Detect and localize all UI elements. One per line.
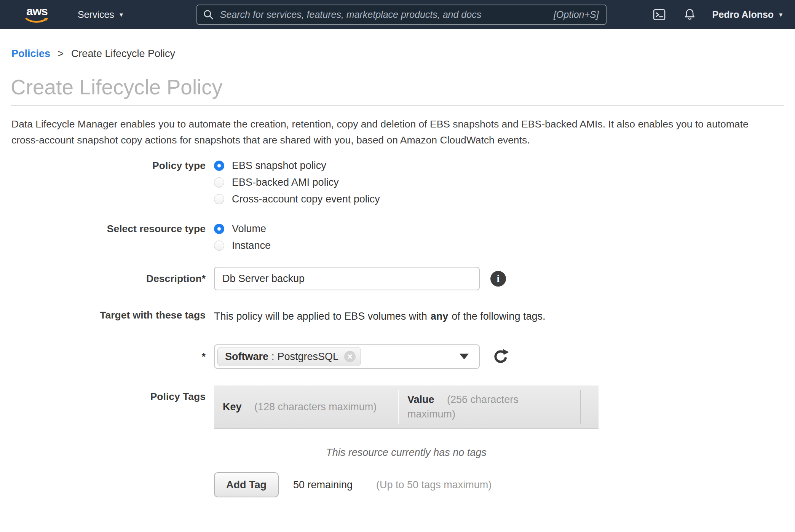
top-navbar: aws Services ▼ [Option+S] [0,0,795,29]
selected-tag-chip: Software : PostgresSQL × [217,347,361,366]
aws-logo[interactable]: aws [25,5,49,24]
radio-label: Volume [232,223,266,235]
radio-unselected-icon[interactable] [214,177,224,188]
radio-unselected-icon[interactable] [214,241,224,251]
radio-ebs-snapshot-policy[interactable]: EBS snapshot policy [214,157,380,174]
aws-logo-text: aws [26,5,48,17]
page-title: Create Lifecycle Policy [11,75,795,99]
breadcrumb: Policies > Create Lifecycle Policy [11,48,795,60]
key-header-text: Key [223,401,242,413]
tag-dropdown[interactable]: Software : PostgresSQL × [214,344,480,369]
dropdown-caret-icon[interactable] [460,354,469,360]
policy-tags-table: Key (128 characters maximum) Value (256 … [214,385,599,429]
value-header-text: Value [407,394,434,405]
services-menu[interactable]: Services ▼ [78,9,124,20]
tag-separator: : [271,351,275,363]
radio-label: EBS-backed AMI policy [232,177,339,188]
column-divider [580,390,581,424]
radio-label: Instance [232,240,271,252]
radio-ebs-backed-ami-policy[interactable]: EBS-backed AMI policy [214,174,380,191]
services-label: Services [78,9,114,20]
radio-label: Cross-account copy event policy [232,193,380,205]
breadcrumb-link-policies[interactable]: Policies [11,48,50,59]
target-tags-label: Target with these tags [0,309,206,323]
resource-type-options: Volume Instance [214,220,271,254]
tags-remaining-count: 50 remaining [293,479,353,491]
add-tag-row: Add Tag 50 remaining (Up to 50 tags maxi… [0,472,795,497]
policy-type-options: EBS snapshot policy EBS-backed AMI polic… [214,157,380,207]
no-tags-message: This resource currently has no tags [214,447,599,459]
navbar-right: Pedro Alonso ▼ [652,7,784,22]
required-marker: * [0,351,206,363]
intro-text: Data Lifecycle Manager enables you to au… [11,116,754,148]
spacer [0,447,206,459]
refresh-icon[interactable] [492,348,509,365]
chevron-down-icon: ▼ [118,11,124,18]
notifications-bell-icon[interactable] [683,7,696,22]
key-header-hint: (128 characters maximum) [254,401,377,413]
empty-tags-row: This resource currently has no tags [0,447,795,459]
description-field-wrap: i [214,267,506,290]
remove-tag-icon[interactable]: × [344,351,356,362]
info-icon[interactable]: i [490,271,506,287]
radio-instance[interactable]: Instance [214,237,271,254]
breadcrumb-separator: > [58,48,64,59]
radio-unselected-icon[interactable] [214,194,224,204]
cloudshell-icon[interactable] [652,8,666,22]
add-tag-wrap: Add Tag 50 remaining (Up to 50 tags maxi… [214,472,492,497]
user-menu[interactable]: Pedro Alonso ▼ [712,9,784,20]
policy-tags-header: Key (128 characters maximum) Value (256 … [214,385,599,429]
tag-key: Software [225,351,268,363]
description-label: Description* [0,273,206,285]
tag-value: PostgresSQL [278,351,339,363]
aws-smile-icon [25,18,49,24]
user-name: Pedro Alonso [712,9,774,20]
tag-select-wrap: Software : PostgresSQL × [214,344,509,369]
radio-label: EBS snapshot policy [232,160,326,172]
title-divider [11,105,784,106]
radio-selected-icon[interactable] [214,224,224,234]
description-input[interactable] [214,267,480,290]
tag-select-row: * Software : PostgresSQL × [0,344,795,369]
value-column-header: Value (256 characters maximum) [398,392,564,421]
create-policy-form: Policy type EBS snapshot policy EBS-back… [0,157,795,497]
breadcrumb-current: Create Lifecycle Policy [71,48,175,59]
search-input[interactable] [196,5,607,25]
target-tags-hint: This policy will be applied to EBS volum… [214,309,545,323]
description-row: Description* i [0,267,795,290]
radio-selected-icon[interactable] [214,161,224,171]
policy-type-row: Policy type EBS snapshot policy EBS-back… [0,157,795,207]
resource-type-row: Select resource type Volume Instance [0,220,795,254]
global-search: [Option+S] [196,5,607,25]
policy-tags-row: Policy Tags Key (128 characters maximum)… [0,385,795,429]
radio-volume[interactable]: Volume [214,220,271,237]
column-divider [398,390,399,424]
radio-cross-account-copy-event-policy[interactable]: Cross-account copy event policy [214,191,380,207]
add-tag-button[interactable]: Add Tag [214,472,279,497]
key-column-header: Key (128 characters maximum) [214,401,398,413]
hint-prefix: This policy will be applied to EBS volum… [214,311,427,322]
hint-suffix: of the following tags. [452,311,545,322]
tags-max-hint: (Up to 50 tags maximum) [376,479,492,491]
chevron-down-icon: ▼ [778,11,784,18]
policy-tags-label: Policy Tags [0,385,206,429]
target-tags-row: Target with these tags This policy will … [0,309,795,323]
search-icon [203,9,214,22]
resource-type-label: Select resource type [0,220,206,254]
policy-type-label: Policy type [0,157,206,207]
hint-bold: any [431,311,449,322]
